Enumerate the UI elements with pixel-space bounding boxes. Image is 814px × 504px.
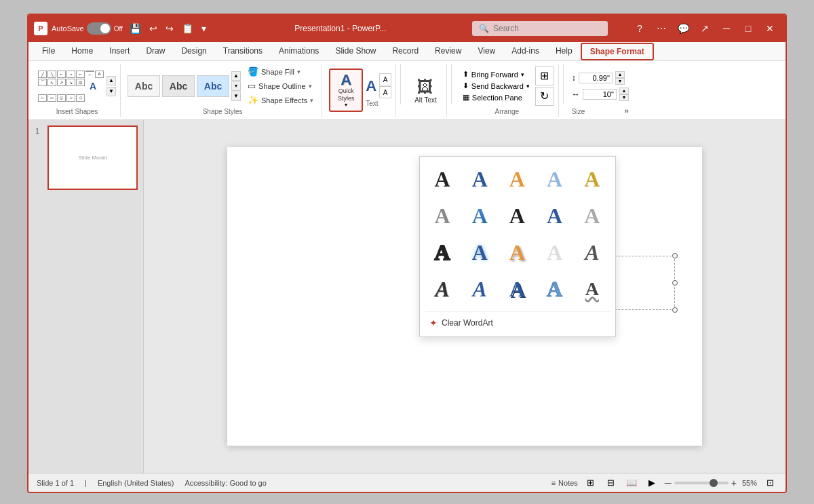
autosave-toggle[interactable]: [87, 22, 111, 35]
style-swatch-2[interactable]: Abc: [162, 75, 195, 97]
shape-icon-5[interactable]: ⌐: [76, 71, 85, 78]
swatches-more[interactable]: ▾: [231, 81, 241, 91]
height-input[interactable]: [579, 73, 613, 83]
comments-button[interactable]: 💬: [673, 19, 693, 38]
tab-insert[interactable]: Insert: [101, 42, 138, 61]
undo-button[interactable]: ↩: [147, 22, 160, 35]
slideshow-button[interactable]: ▶: [644, 476, 659, 490]
shape-icon-1[interactable]: ╱: [38, 71, 47, 78]
help-icon[interactable]: ?: [629, 19, 650, 38]
tab-review[interactable]: Review: [427, 42, 469, 61]
shape-effects-button[interactable]: ✨ Shape Effects ▾: [244, 94, 317, 106]
text-color-icon[interactable]: A: [379, 73, 391, 85]
wordart-item-18[interactable]: A: [500, 272, 534, 306]
zoom-track[interactable]: [674, 482, 729, 484]
tab-help[interactable]: Help: [547, 42, 581, 61]
wordart-item-14[interactable]: A: [538, 235, 572, 269]
search-bar[interactable]: 🔍: [472, 21, 608, 36]
wordart-item-9[interactable]: A: [538, 199, 572, 233]
swatches-scroll-up[interactable]: ▲: [231, 71, 241, 81]
save-button[interactable]: 💾: [127, 22, 144, 35]
shape-rect-1[interactable]: □: [38, 94, 47, 102]
swatches-scroll-down[interactable]: ▼: [231, 92, 241, 101]
tab-home[interactable]: Home: [63, 42, 101, 61]
zoom-in-button[interactable]: +: [731, 478, 737, 488]
close-button[interactable]: ✕: [760, 19, 780, 38]
wordart-item-4[interactable]: A: [538, 162, 572, 196]
wordart-item-15[interactable]: A: [575, 235, 609, 269]
maximize-button[interactable]: □: [738, 19, 758, 38]
width-spin-down[interactable]: ▼: [619, 94, 629, 101]
shape-rect-5[interactable]: ⬡: [76, 94, 85, 102]
slide-thumbnail[interactable]: Slide Model: [47, 125, 138, 190]
wordart-item-8[interactable]: A: [500, 199, 534, 233]
shape-icon-3[interactable]: ⌐: [57, 71, 66, 78]
slide-sorter-button[interactable]: ⊟: [604, 476, 619, 490]
height-spin-down[interactable]: ▼: [615, 78, 625, 85]
shapes-scroll-up[interactable]: ▲: [106, 76, 116, 85]
minimize-button[interactable]: ─: [716, 19, 737, 38]
notes-button[interactable]: ≡ Notes: [551, 479, 578, 487]
ribbon-toggle[interactable]: ⋯: [651, 19, 672, 38]
handle-br[interactable]: [672, 307, 678, 313]
zoom-thumb[interactable]: [710, 479, 718, 487]
wordart-item-2[interactable]: A: [463, 162, 497, 196]
tab-draw[interactable]: Draw: [138, 42, 173, 61]
wordart-item-16[interactable]: A: [425, 272, 459, 306]
shape-rect-3[interactable]: ◱: [57, 94, 66, 102]
shape-outline-button[interactable]: ▭ Shape Outline ▾: [244, 79, 317, 92]
shape-icon-12[interactable]: ⊡: [76, 79, 85, 86]
rotate-icon[interactable]: ↻: [535, 87, 554, 106]
reading-view-button[interactable]: 📖: [624, 476, 639, 490]
bring-forward-button[interactable]: ⬆ Bring Forward ▾: [460, 69, 532, 79]
fit-slide-button[interactable]: ⊡: [762, 476, 777, 490]
wordart-item-19[interactable]: A: [538, 272, 572, 306]
wordart-item-13[interactable]: A: [500, 235, 534, 269]
send-backward-button[interactable]: ⬇ Send Backward ▾: [460, 81, 532, 91]
shape-fill-button[interactable]: 🪣 Shape Fill ▾: [244, 65, 317, 78]
customize-button[interactable]: 📋: [179, 22, 196, 35]
wordart-item-10[interactable]: A: [575, 199, 609, 233]
expand-button[interactable]: ▾: [199, 22, 209, 35]
shape-icon-11[interactable]: ↘: [66, 79, 75, 86]
style-swatch-1[interactable]: Abc: [128, 75, 160, 97]
redo-button[interactable]: ↪: [163, 22, 176, 35]
shape-rect-2[interactable]: ▭: [47, 94, 56, 102]
height-spin-up[interactable]: ▲: [615, 71, 625, 78]
wordart-item-1[interactable]: A: [425, 162, 459, 196]
shape-icon-9[interactable]: ∿: [47, 79, 56, 86]
alt-text-button[interactable]: 🖼 Alt Text: [409, 75, 442, 106]
tab-design[interactable]: Design: [173, 42, 214, 61]
wordart-item-7[interactable]: A: [463, 199, 497, 233]
text-glow-icon[interactable]: A: [379, 86, 391, 98]
wordart-item-17[interactable]: A: [463, 272, 497, 306]
handle-mr[interactable]: [672, 280, 678, 286]
width-input[interactable]: [583, 89, 617, 100]
tab-shape-format[interactable]: Shape Format: [581, 43, 654, 60]
wordart-item-11[interactable]: A: [425, 235, 459, 269]
clear-wordart-button[interactable]: ✦ Clear WordArt: [425, 311, 610, 331]
shapes-scroll-down[interactable]: ▼: [106, 87, 116, 96]
text-icon[interactable]: A: [85, 79, 100, 94]
shape-icon-6[interactable]: ─: [85, 71, 94, 78]
tab-transitions[interactable]: Transitions: [215, 42, 271, 61]
shape-icon-4[interactable]: ¬: [66, 71, 75, 78]
tab-addins[interactable]: Add-ins: [503, 42, 547, 61]
wordart-item-12[interactable]: A: [463, 235, 497, 269]
tab-view[interactable]: View: [469, 42, 503, 61]
handle-tr[interactable]: [672, 253, 678, 258]
shape-icon-2[interactable]: ╲: [47, 71, 56, 78]
search-input[interactable]: [493, 24, 595, 33]
width-spin-up[interactable]: ▲: [619, 88, 629, 94]
shape-icon-10[interactable]: ↗: [57, 79, 66, 86]
wordart-item-3[interactable]: A: [500, 162, 534, 196]
tab-slideshow[interactable]: Slide Show: [327, 42, 384, 61]
size-expand-icon[interactable]: ⌗: [625, 107, 629, 115]
normal-view-button[interactable]: ⊞: [583, 476, 598, 490]
tab-record[interactable]: Record: [384, 42, 427, 61]
style-swatch-3[interactable]: Abc: [197, 75, 229, 97]
quick-styles-button[interactable]: A QuickStyles ▾: [329, 69, 363, 113]
tab-file[interactable]: File: [34, 42, 63, 61]
wordart-item-5[interactable]: A: [575, 162, 609, 196]
tab-animations[interactable]: Animations: [271, 42, 327, 61]
